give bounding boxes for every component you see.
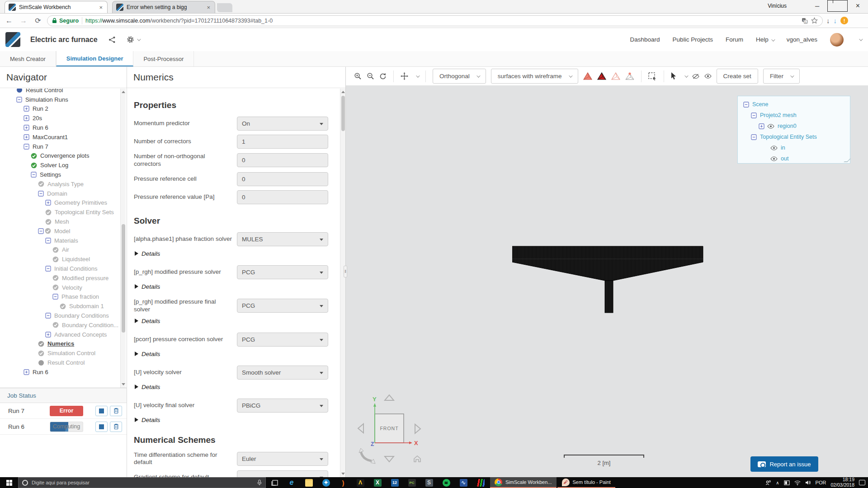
new-tab-button[interactable] <box>217 3 232 12</box>
taskbar-icon-file-explorer[interactable] <box>300 477 317 488</box>
close-button[interactable]: × <box>848 0 868 12</box>
navigator-item[interactable]: Run 2 <box>0 104 120 114</box>
taskbar-icon-gray-app[interactable]: S <box>420 477 438 488</box>
simscale-logo[interactable] <box>5 32 20 47</box>
navigator-item[interactable]: Run 6 <box>0 123 120 132</box>
collapse-icon[interactable] <box>45 313 51 319</box>
collapse-icon[interactable] <box>45 238 51 244</box>
tablet-mode-icon[interactable] <box>784 480 790 485</box>
taskbar-window-chrome[interactable]: SimScale Workben... <box>490 477 557 488</box>
scene-tree-item[interactable]: Scene <box>743 99 850 110</box>
taskbar-window-paint[interactable]: 🖌Sem título - Paint <box>557 477 615 488</box>
taskbar-icon-blue-circle-app[interactable]: ✦ <box>317 477 335 488</box>
tab-close-icon[interactable]: × <box>206 4 211 11</box>
delete-run-button[interactable] <box>110 406 122 416</box>
details-toggle[interactable]: Details <box>135 384 335 390</box>
collapse-icon[interactable] <box>45 266 51 272</box>
nav-forum[interactable]: Forum <box>726 36 743 43</box>
start-button[interactable] <box>0 477 18 488</box>
language-indicator[interactable]: POR <box>816 480 826 485</box>
tetra-wire-icon[interactable] <box>611 72 620 80</box>
zoom-in-icon[interactable] <box>354 72 362 80</box>
navigator-item[interactable]: Convergence plots <box>0 151 120 161</box>
taskbar-icon-orange-app[interactable]: ) <box>335 477 352 488</box>
stop-run-button[interactable] <box>95 422 108 432</box>
taskbar-icon-blue-12-app[interactable]: 12 <box>386 477 403 488</box>
expand-icon[interactable] <box>24 115 29 121</box>
url-omnibox[interactable]: Seguro https://www.simscale.com/workbenc… <box>47 15 823 26</box>
chevron-down-icon[interactable] <box>416 74 420 77</box>
nav-username[interactable]: vgon_alves <box>787 36 817 43</box>
taskbar-icon-pycharm[interactable]: PC <box>403 477 420 488</box>
navigator-item[interactable]: Numerics <box>0 339 120 349</box>
browser-tab[interactable]: Error when setting a bigg× <box>112 1 215 13</box>
navigator-item[interactable]: Run 7 <box>0 142 120 151</box>
navigator-item[interactable]: Air <box>0 245 120 255</box>
panel-splitter-handle[interactable]: ‖ <box>344 266 347 277</box>
browser-tab[interactable]: SimScale Workbench× <box>5 1 108 13</box>
box-select-icon[interactable] <box>648 72 657 80</box>
forward-button[interactable]: → <box>18 17 29 25</box>
tetra-vertex-icon[interactable] <box>625 72 634 80</box>
zoom-out-icon[interactable] <box>367 72 374 80</box>
report-issue-button[interactable]: Report an issue <box>750 456 818 472</box>
expand-icon[interactable] <box>24 134 29 140</box>
scene-tree-item[interactable]: region0 <box>743 121 850 131</box>
navigator-item[interactable]: Settings <box>0 170 120 179</box>
field-input[interactable]: 0 <box>237 190 328 204</box>
bookmark-star-icon[interactable] <box>811 17 818 24</box>
navigator-item[interactable]: Advanced Concepts <box>0 330 120 339</box>
workbench-tab-post-processor[interactable]: Post-Processor <box>133 51 194 66</box>
scene-tree-item[interactable]: out <box>743 153 850 164</box>
details-toggle[interactable]: Details <box>135 283 335 290</box>
scene-tree-item[interactable]: Topological Entity Sets <box>743 131 850 142</box>
field-dropdown[interactable]: PBiCG <box>237 399 328 413</box>
navigator-item[interactable]: Subdomain 1 <box>0 301 120 311</box>
workbench-tab-simulation-designer[interactable]: Simulation Designer <box>56 51 134 66</box>
collapse-icon[interactable] <box>24 144 29 150</box>
navigator-item[interactable]: Boundary Condition... <box>0 320 120 330</box>
taskbar-icon-rgb-stripes-app[interactable] <box>472 477 489 488</box>
download-dark-icon[interactable]: ↓ <box>826 17 830 24</box>
details-toggle[interactable]: Details <box>135 250 335 257</box>
details-toggle[interactable]: Details <box>135 351 335 357</box>
minimize-button[interactable]: ─ <box>807 0 827 12</box>
mesh-3d-model[interactable] <box>512 245 704 314</box>
navigator-item[interactable]: Geometry Primitives <box>0 198 120 208</box>
collapse-icon[interactable] <box>31 172 37 178</box>
navigator-item[interactable]: Simulation Runs <box>0 95 120 104</box>
clock[interactable]: 18:19 02/03/2018 <box>830 477 854 488</box>
navigator-item[interactable]: MaxCourant1 <box>0 132 120 142</box>
filter-button[interactable]: Filter <box>763 69 800 84</box>
taskbar-icon-yellow-a-app[interactable]: Λ <box>352 477 369 488</box>
browser-profile-name[interactable]: Vinícius <box>768 3 787 9</box>
create-set-button[interactable]: Create set <box>717 69 758 84</box>
collapse-icon[interactable] <box>751 134 757 140</box>
action-center-icon[interactable] <box>859 480 865 485</box>
project-settings-gear-icon[interactable] <box>127 36 140 43</box>
download-blue-icon[interactable]: ↓ <box>834 17 837 24</box>
navigator-item[interactable]: Result Control <box>0 89 120 95</box>
user-avatar[interactable] <box>830 33 844 47</box>
field-dropdown[interactable]: PCG <box>237 299 328 313</box>
navigator-item[interactable]: Result Control <box>0 358 120 367</box>
collapse-icon[interactable] <box>743 102 749 108</box>
navigator-item[interactable]: Phase fraction <box>0 292 120 302</box>
collapse-icon[interactable] <box>751 113 757 118</box>
back-button[interactable]: ← <box>4 17 14 25</box>
collapse-icon[interactable] <box>38 191 44 197</box>
tab-close-icon[interactable]: × <box>98 4 104 11</box>
show-icon[interactable] <box>704 74 712 79</box>
collapse-icon[interactable] <box>16 97 22 103</box>
chevron-down-icon[interactable] <box>859 37 863 41</box>
expand-icon[interactable] <box>45 200 51 206</box>
nav-help[interactable]: Help <box>756 36 774 43</box>
render-mode-button[interactable]: surfaces with wireframe <box>491 69 578 84</box>
field-dropdown[interactable]: PCG <box>237 333 328 347</box>
navigator-item[interactable]: Domain <box>0 189 120 198</box>
navigator-item[interactable]: Topological Entity Sets <box>0 207 120 217</box>
people-icon[interactable] <box>765 480 771 486</box>
visibility-eye-icon[interactable] <box>767 124 774 129</box>
pan-icon[interactable] <box>401 72 408 80</box>
taskbar-search[interactable]: Digite aqui para pesquisar <box>18 477 266 488</box>
